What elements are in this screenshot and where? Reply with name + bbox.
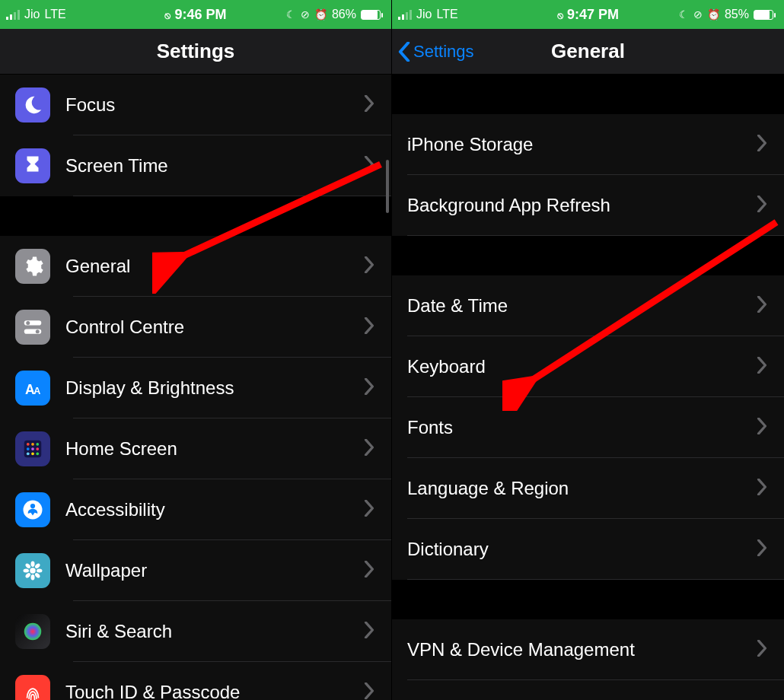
chevron-right-icon	[757, 640, 767, 660]
dnd-icon: ☾	[286, 8, 296, 21]
battery-icon	[754, 10, 773, 20]
row-home-screen[interactable]: Home Screen	[0, 418, 391, 479]
svg-point-25	[34, 562, 41, 569]
wallpaper-icon	[15, 553, 50, 588]
home-screen-icon	[15, 431, 50, 466]
page-title: General	[551, 40, 625, 63]
orientation-lock-icon: ⊘	[693, 8, 703, 21]
row-label: General	[65, 256, 130, 277]
back-button[interactable]: Settings	[398, 29, 474, 74]
chevron-right-icon	[757, 479, 767, 498]
alarm-icon: ⏰	[314, 8, 327, 21]
row-display[interactable]: AADisplay & Brightness	[0, 358, 391, 418]
chevron-right-icon	[364, 622, 374, 641]
row-label: Control Centre	[65, 317, 184, 338]
row-date-time[interactable]: Date & Time	[392, 275, 784, 336]
row-label: Siri & Search	[65, 621, 172, 642]
hotspot-icon: ⍉	[557, 9, 563, 21]
row-focus[interactable]: Focus	[0, 75, 391, 135]
row-label: Screen Time	[65, 155, 168, 177]
svg-point-1	[26, 321, 30, 325]
row-label: Accessibility	[65, 499, 165, 520]
row-label: Touch ID & Passcode	[65, 682, 240, 700]
svg-point-10	[27, 447, 30, 450]
svg-point-7	[27, 443, 30, 446]
svg-point-14	[31, 452, 34, 455]
svg-point-13	[27, 452, 30, 455]
touch-id-icon	[15, 675, 50, 700]
svg-point-19	[31, 562, 35, 568]
settings-list[interactable]: FocusScreen TimeGeneralControl CentreAAD…	[0, 75, 391, 700]
row-label: Focus	[65, 94, 115, 116]
row-label: Dictionary	[407, 539, 489, 560]
battery-pct-label: 85%	[725, 8, 749, 21]
chevron-right-icon	[757, 135, 767, 154]
svg-text:A: A	[33, 386, 40, 396]
svg-point-8	[31, 443, 34, 446]
row-control-centre[interactable]: Control Centre	[0, 297, 391, 358]
network-label: LTE	[44, 8, 65, 21]
row-dictionary[interactable]: Dictionary	[392, 519, 784, 580]
status-bar: Jio LTE ⍉ 9:47 PM ☾ ⊘ ⏰ 85%	[392, 0, 784, 29]
nav-header: Settings General	[392, 29, 784, 75]
row-screen-time[interactable]: Screen Time	[0, 135, 391, 196]
row-label: Fonts	[407, 417, 453, 438]
row-background-app-refresh[interactable]: Background App Refresh	[392, 175, 784, 236]
focus-icon	[15, 88, 50, 123]
svg-point-3	[36, 329, 40, 333]
siri-icon	[15, 614, 50, 649]
svg-point-9	[36, 443, 39, 446]
carrier-label: Jio	[416, 8, 432, 21]
dnd-icon: ☾	[679, 8, 689, 21]
chevron-right-icon	[757, 196, 767, 215]
alarm-icon: ⏰	[707, 8, 720, 21]
row-language-region[interactable]: Language & Region	[392, 458, 784, 519]
network-label: LTE	[436, 8, 457, 21]
page-title: Settings	[157, 40, 235, 63]
svg-point-11	[31, 447, 34, 450]
row-label: VPN & Device Management	[407, 639, 635, 660]
general-list[interactable]: iPhone StorageBackground App RefreshDate…	[392, 75, 784, 700]
row-siri[interactable]: Siri & Search	[0, 601, 391, 662]
svg-point-23	[24, 562, 31, 569]
row-label: Display & Brightness	[65, 377, 234, 399]
row-touch-id[interactable]: Touch ID & Passcode	[0, 662, 391, 700]
chevron-right-icon	[364, 439, 374, 459]
svg-point-24	[34, 572, 41, 579]
row-wallpaper[interactable]: Wallpaper	[0, 540, 391, 601]
row-label: Keyboard	[407, 356, 486, 377]
scroll-indicator	[386, 160, 389, 213]
row-vpn-device-mgmt[interactable]: VPN & Device Management	[392, 619, 784, 680]
chevron-right-icon	[364, 561, 374, 581]
orientation-lock-icon: ⊘	[301, 8, 310, 21]
svg-point-12	[36, 447, 39, 450]
row-general[interactable]: General	[0, 236, 391, 297]
row-label: iPhone Storage	[407, 134, 533, 155]
status-bar: Jio LTE ⍉ 9:46 PM ☾ ⊘ ⏰ 86%	[0, 0, 391, 29]
svg-point-15	[36, 452, 39, 455]
row-keyboard[interactable]: Keyboard	[392, 336, 784, 397]
row-label: Background App Refresh	[407, 195, 610, 216]
signal-icon	[6, 9, 20, 20]
chevron-right-icon	[757, 357, 767, 377]
svg-point-22	[37, 569, 43, 573]
chevron-right-icon	[757, 418, 767, 438]
settings-screen: Jio LTE ⍉ 9:46 PM ☾ ⊘ ⏰ 86% Settings Foc…	[0, 0, 392, 700]
general-screen: Jio LTE ⍉ 9:47 PM ☾ ⊘ ⏰ 85% Settings Gen…	[392, 0, 784, 700]
screen-time-icon	[15, 148, 50, 183]
battery-icon	[361, 10, 381, 20]
row-accessibility[interactable]: Accessibility	[0, 479, 391, 540]
svg-point-27	[24, 623, 42, 641]
row-iphone-storage[interactable]: iPhone Storage	[392, 114, 784, 175]
battery-pct-label: 86%	[332, 8, 356, 21]
accessibility-icon	[15, 492, 50, 527]
row-label: Home Screen	[65, 438, 177, 460]
chevron-right-icon	[364, 682, 374, 700]
svg-point-20	[31, 574, 35, 581]
row-fonts[interactable]: Fonts	[392, 397, 784, 458]
row-label: Date & Time	[407, 295, 508, 317]
row-label: Language & Region	[407, 478, 569, 499]
chevron-right-icon	[757, 296, 767, 316]
chevron-right-icon	[364, 95, 374, 115]
chevron-right-icon	[364, 256, 374, 276]
